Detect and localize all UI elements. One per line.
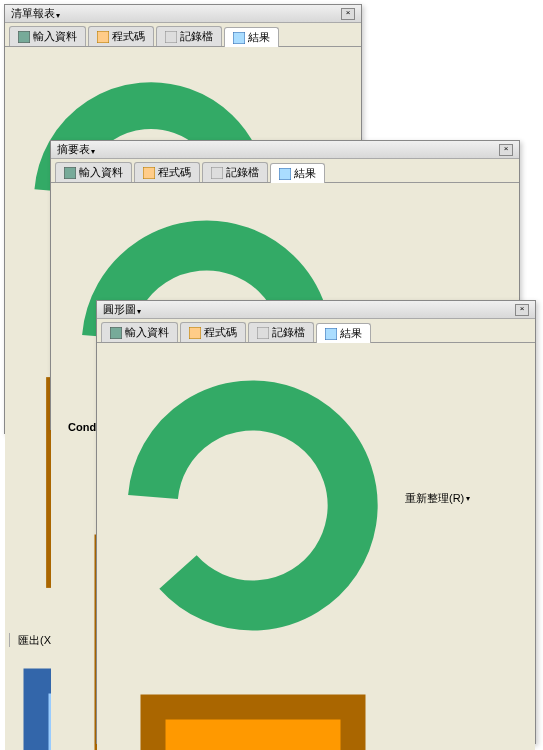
tab-log[interactable]: 記錄檔 <box>248 322 314 342</box>
window-title: 摘要表 <box>57 142 90 157</box>
result-icon <box>233 32 245 44</box>
code-icon <box>189 327 201 339</box>
code-icon <box>97 31 109 43</box>
svg-rect-7 <box>143 167 155 179</box>
tabstrip: 輸入資料 程式碼 記錄檔 結果 <box>97 319 535 343</box>
tab-code[interactable]: 程式碼 <box>180 322 246 342</box>
svg-rect-2 <box>165 31 177 43</box>
titlebar[interactable]: 清單報表 × <box>5 5 361 23</box>
tabstrip: 輸入資料 程式碼 記錄檔 結果 <box>5 23 361 47</box>
tab-result[interactable]: 結果 <box>224 27 279 47</box>
log-icon <box>257 327 269 339</box>
window-title: 清單報表 <box>11 6 55 21</box>
data-icon <box>110 327 122 339</box>
close-icon[interactable]: × <box>515 304 529 316</box>
tabstrip: 輸入資料 程式碼 記錄檔 結果 <box>51 159 519 183</box>
modify-button[interactable]: 修改工作(Y)▾ <box>101 656 472 750</box>
tab-data[interactable]: 輸入資料 <box>9 26 86 46</box>
svg-rect-8 <box>211 167 223 179</box>
titlebar[interactable]: 摘要表 × <box>51 141 519 159</box>
svg-rect-15 <box>325 328 337 340</box>
tab-data[interactable]: 輸入資料 <box>55 162 132 182</box>
svg-rect-14 <box>257 327 269 339</box>
toolbar: 重新整理(R)▾ 修改工作(Y)▾ 匯出(X)▾ 傳送至(N)▾ 建立(C)▾ … <box>97 343 535 750</box>
modify-icon <box>103 657 403 750</box>
tab-code[interactable]: 程式碼 <box>134 162 200 182</box>
log-icon <box>165 31 177 43</box>
svg-rect-0 <box>18 31 30 43</box>
result-icon <box>325 328 337 340</box>
window-title: 圓形圖 <box>103 302 136 317</box>
close-icon[interactable]: × <box>499 144 513 156</box>
tab-result[interactable]: 結果 <box>270 163 325 183</box>
refresh-button[interactable]: 重新整理(R)▾ <box>101 346 472 650</box>
tab-data[interactable]: 輸入資料 <box>101 322 178 342</box>
svg-rect-16 <box>153 707 353 750</box>
tab-log[interactable]: 記錄檔 <box>156 26 222 46</box>
svg-rect-1 <box>97 31 109 43</box>
code-icon <box>143 167 155 179</box>
svg-rect-9 <box>279 168 291 180</box>
refresh-icon <box>103 347 403 649</box>
tab-result[interactable]: 結果 <box>316 323 371 343</box>
result-icon <box>279 168 291 180</box>
dropdown-icon[interactable] <box>136 304 141 316</box>
svg-rect-3 <box>233 32 245 44</box>
data-icon <box>64 167 76 179</box>
svg-rect-6 <box>64 167 76 179</box>
log-icon <box>211 167 223 179</box>
titlebar[interactable]: 圓形圖 × <box>97 301 535 319</box>
window-piechart: 圓形圖 × 輸入資料 程式碼 記錄檔 結果 重新整理(R)▾ 修改工作(Y)▾ … <box>96 300 536 744</box>
svg-rect-13 <box>189 327 201 339</box>
tab-code[interactable]: 程式碼 <box>88 26 154 46</box>
data-icon <box>18 31 30 43</box>
close-icon[interactable]: × <box>341 8 355 20</box>
svg-rect-12 <box>110 327 122 339</box>
tab-log[interactable]: 記錄檔 <box>202 162 268 182</box>
dropdown-icon[interactable] <box>55 8 60 20</box>
dropdown-icon[interactable] <box>90 144 95 156</box>
